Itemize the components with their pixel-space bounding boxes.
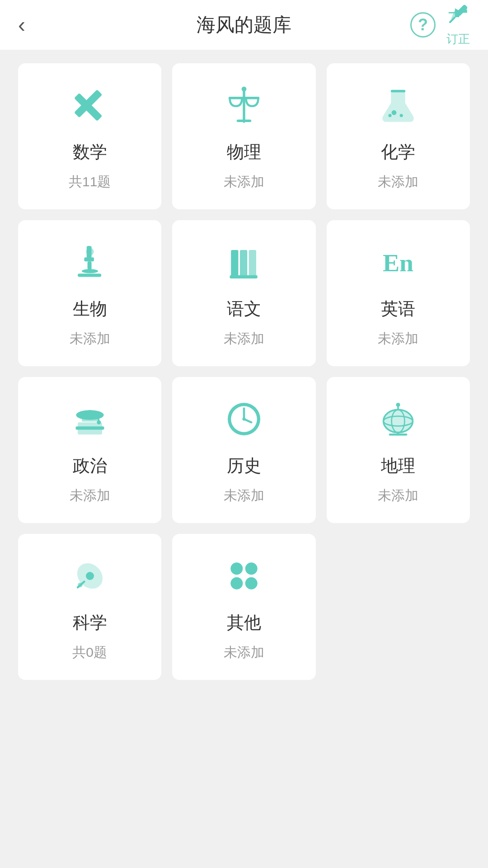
physics-icon: [224, 85, 264, 132]
math-icon: [70, 85, 110, 132]
header-actions: ? 订正: [410, 3, 470, 47]
geography-name: 地理: [381, 454, 415, 477]
svg-rect-11: [87, 261, 91, 269]
pin-button[interactable]: 订正: [446, 3, 470, 47]
geography-icon: [378, 399, 418, 445]
english-name: 英语: [381, 297, 415, 321]
svg-point-4: [242, 87, 247, 92]
politics-icon: [70, 399, 110, 445]
physics-name: 物理: [227, 141, 261, 164]
subject-grid: 数学 共11题 物理 未添加: [0, 50, 488, 693]
math-count: 共11题: [69, 173, 111, 191]
subject-card-chemistry[interactable]: 化学 未添加: [327, 63, 470, 209]
subject-card-geography[interactable]: 地理 未添加: [327, 377, 470, 523]
subject-card-science[interactable]: 科学 共0题: [18, 534, 161, 680]
chemistry-count: 未添加: [378, 173, 418, 191]
svg-point-32: [242, 417, 245, 420]
svg-rect-17: [240, 250, 247, 277]
svg-point-42: [86, 572, 94, 580]
svg-rect-18: [249, 250, 256, 277]
subject-card-physics[interactable]: 物理 未添加: [172, 63, 315, 209]
politics-count: 未添加: [70, 486, 110, 505]
svg-point-47: [230, 577, 243, 590]
help-button[interactable]: ?: [410, 12, 436, 38]
page-title: 海风的题库: [197, 12, 291, 38]
svg-point-8: [389, 114, 392, 117]
english-icon: En: [378, 242, 418, 288]
subject-card-chinese[interactable]: 语文 未添加: [172, 220, 315, 366]
geography-count: 未添加: [378, 486, 418, 505]
history-count: 未添加: [224, 486, 264, 505]
svg-rect-16: [231, 250, 238, 277]
svg-rect-10: [84, 257, 94, 261]
svg-rect-22: [75, 426, 104, 429]
chemistry-icon: [378, 85, 418, 132]
other-icon: [224, 556, 264, 602]
svg-point-27: [97, 420, 101, 425]
subject-card-politics[interactable]: 政治 未添加: [18, 377, 161, 523]
chinese-icon: [224, 242, 264, 288]
pin-icon: [447, 3, 469, 29]
other-name: 其他: [227, 611, 261, 634]
svg-rect-19: [230, 275, 257, 278]
chemistry-name: 化学: [381, 141, 415, 164]
history-name: 历史: [227, 454, 261, 477]
physics-count: 未添加: [224, 173, 264, 191]
svg-point-45: [230, 562, 243, 575]
back-button[interactable]: ‹: [18, 14, 25, 36]
svg-point-15: [86, 248, 93, 255]
history-icon: [224, 399, 264, 445]
chinese-count: 未添加: [224, 330, 264, 348]
pin-label: 订正: [446, 31, 470, 47]
science-name: 科学: [73, 611, 107, 634]
math-name: 数学: [73, 141, 107, 164]
biology-count: 未添加: [70, 330, 110, 348]
svg-rect-25: [88, 410, 91, 415]
svg-point-48: [245, 577, 258, 590]
svg-point-44: [78, 582, 83, 587]
subject-card-english[interactable]: En 英语 未添加: [327, 220, 470, 366]
svg-text:En: En: [383, 249, 413, 277]
subject-card-math[interactable]: 数学 共11题: [18, 63, 161, 209]
science-icon: [70, 556, 110, 602]
svg-rect-24: [82, 414, 98, 421]
svg-point-38: [396, 403, 400, 407]
politics-name: 政治: [73, 454, 107, 477]
svg-point-7: [400, 114, 403, 117]
subject-card-other[interactable]: 其他 未添加: [172, 534, 315, 680]
subject-card-biology[interactable]: 生物 未添加: [18, 220, 161, 366]
biology-icon: [70, 242, 110, 288]
chinese-name: 语文: [227, 297, 261, 321]
biology-name: 生物: [73, 297, 107, 321]
other-count: 未添加: [224, 643, 264, 662]
svg-point-46: [245, 562, 258, 575]
science-count: 共0题: [72, 643, 107, 662]
svg-point-6: [392, 110, 397, 115]
header: ‹ 海风的题库 ? 订正: [0, 0, 488, 50]
svg-rect-14: [78, 274, 101, 277]
english-count: 未添加: [378, 330, 418, 348]
subject-card-history[interactable]: 历史 未添加: [172, 377, 315, 523]
